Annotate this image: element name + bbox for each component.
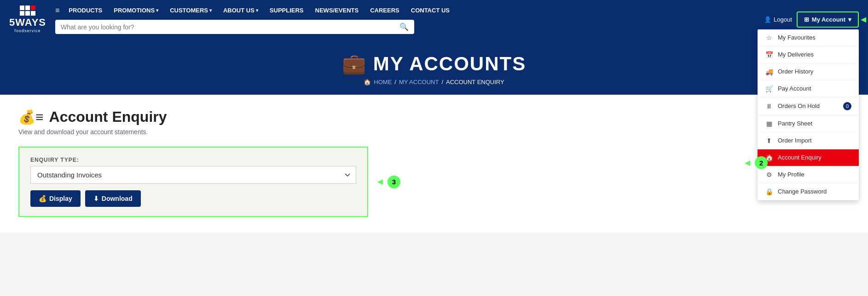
orders-badge: 0 xyxy=(843,102,851,110)
nav-news[interactable]: NEWS/EVENTS xyxy=(311,5,364,16)
display-button[interactable]: 💰 Display xyxy=(30,190,81,207)
my-account-button[interactable]: ⊞ My Account ▾ xyxy=(797,11,859,28)
logo-square-2 xyxy=(25,6,30,10)
logout-label: Logout xyxy=(774,16,792,23)
grid-icon: ⊞ xyxy=(804,16,809,23)
hero-banner: 💼 MY ACCOUNTS 🏠 HOME / MY ACCOUNT / ACCO… xyxy=(0,39,868,95)
form-buttons: 💰 Display ⬇ Download xyxy=(30,190,356,207)
nav-suppliers[interactable]: SUPPLIERS xyxy=(265,5,308,16)
pantry-icon: ▦ xyxy=(765,120,773,127)
account-area: 👤 Logout ⊞ My Account ▾ ☆ My Favourites xyxy=(764,11,859,28)
arrow-left-1: ◄ xyxy=(859,14,868,25)
page-subtitle: View and download your account statement… xyxy=(18,128,850,136)
nav-products[interactable]: PRODUCTS xyxy=(64,5,107,16)
home-breadcrumb-icon: 🏠 xyxy=(364,79,371,85)
chevron-icon: ▾ xyxy=(156,8,158,13)
my-account-label: My Account xyxy=(812,16,845,23)
annotation-number-3: 3 xyxy=(388,176,400,188)
display-label: Display xyxy=(49,195,72,202)
dropdown-label: Order Import xyxy=(778,137,812,144)
search-icon[interactable]: 🔍 xyxy=(399,23,409,31)
download-button[interactable]: ⬇ Download xyxy=(85,190,141,207)
breadcrumb-sep-2: / xyxy=(441,79,443,85)
chevron-icon-2: ▾ xyxy=(209,8,212,13)
dropdown-my-favourites[interactable]: ☆ My Favourites xyxy=(758,29,859,46)
annotation-2: ◄ 2 xyxy=(743,156,768,169)
logo-square-1 xyxy=(20,6,24,10)
dropdown-label: My Deliveries xyxy=(778,51,814,58)
dropdown-pay-account[interactable]: 🛒 Pay Account xyxy=(758,80,859,97)
dropdown-label: My Favourites xyxy=(778,34,816,41)
display-icon: 💰 xyxy=(39,195,46,202)
download-icon: ⬇ xyxy=(93,195,99,202)
dropdown-my-profile[interactable]: ⚙ My Profile xyxy=(758,166,859,183)
logo-square-3 xyxy=(20,11,24,16)
dropdown-label: Change Password xyxy=(778,188,827,195)
lock-icon: 🔒 xyxy=(765,188,773,195)
user-icon: 👤 xyxy=(764,16,771,23)
dropdown-chevron: ▾ xyxy=(848,16,851,23)
dropdown-account-enquiry[interactable]: 🏠 Account Enquiry xyxy=(758,149,859,166)
dropdown-order-import[interactable]: ⬆ Order Import xyxy=(758,132,859,149)
dropdown-my-deliveries[interactable]: 📅 My Deliveries xyxy=(758,46,859,63)
enquiry-type-select[interactable]: Outstanding Invoices All Invoices Credit… xyxy=(30,166,356,184)
annotation-number-2: 2 xyxy=(755,156,768,169)
hamburger-icon[interactable]: ≡ xyxy=(55,6,59,15)
dropdown-pantry-sheet[interactable]: ▦ Pantry Sheet xyxy=(758,115,859,132)
breadcrumb-sep-1: / xyxy=(394,79,396,85)
breadcrumb-home[interactable]: HOME xyxy=(374,79,392,85)
dropdown-change-password[interactable]: 🔒 Change Password xyxy=(758,183,859,200)
pause-icon: ⏸ xyxy=(765,102,773,110)
page-title: Account Enquiry xyxy=(49,108,167,125)
hero-title-text: MY ACCOUNTS xyxy=(373,53,526,75)
nav-careers[interactable]: CAREERS xyxy=(365,5,404,16)
dropdown-label: Pay Account xyxy=(778,85,811,92)
chevron-icon-3: ▾ xyxy=(256,8,258,13)
dropdown-orders-on-hold[interactable]: ⏸ Orders On Hold 0 xyxy=(758,97,859,115)
nav-contact[interactable]: CONTACT US xyxy=(406,5,454,16)
dropdown-label: Account Enquiry xyxy=(778,154,822,161)
gear-icon: ⚙ xyxy=(765,171,773,178)
dropdown-order-history[interactable]: 🚚 Order History xyxy=(758,63,859,80)
briefcase-icon: 💼 xyxy=(342,52,367,75)
search-input[interactable] xyxy=(61,23,399,31)
annotation-3: ◄ 3 xyxy=(376,176,400,188)
logo-square-red xyxy=(31,6,35,10)
star-icon: ☆ xyxy=(765,34,773,41)
annotation-1: ◄ 1 xyxy=(859,13,868,26)
arrow-left-3: ◄ xyxy=(376,176,385,187)
dropdown-label: My Profile xyxy=(778,171,804,178)
logout-button[interactable]: 👤 Logout xyxy=(764,16,792,23)
enquiry-type-label: ENQUIRY TYPE: xyxy=(30,157,356,163)
breadcrumb-account[interactable]: MY ACCOUNT xyxy=(399,79,439,85)
page-title-icon: 💰≡ xyxy=(18,109,44,125)
navigation: ≡ PRODUCTS PROMOTIONS ▾ CUSTOMERS ▾ ABOU… xyxy=(55,5,755,34)
logo[interactable]: 5WAYS foodservice xyxy=(9,6,46,33)
arrow-left-2: ◄ xyxy=(743,158,752,168)
logo-name: 5WAYS xyxy=(9,17,46,28)
breadcrumb-current: ACCOUNT ENQUIRY xyxy=(446,79,504,85)
truck-icon: 🚚 xyxy=(765,68,773,75)
logo-square-5 xyxy=(31,11,35,16)
logo-subtext: foodservice xyxy=(14,28,41,33)
nav-customers[interactable]: CUSTOMERS ▾ xyxy=(165,5,216,16)
calendar-icon: 📅 xyxy=(765,51,773,58)
nav-promotions[interactable]: PROMOTIONS ▾ xyxy=(109,5,163,16)
search-bar: 🔍 xyxy=(55,20,414,34)
account-dropdown: ☆ My Favourites 📅 My Deliveries 🚚 Order … xyxy=(758,29,859,200)
nav-about[interactable]: ABOUT US ▾ xyxy=(219,5,263,16)
breadcrumb: 🏠 HOME / MY ACCOUNT / ACCOUNT ENQUIRY xyxy=(9,79,859,85)
form-box: ENQUIRY TYPE: Outstanding Invoices All I… xyxy=(18,147,368,217)
logo-square-4 xyxy=(25,11,30,16)
download-label: Download xyxy=(102,195,133,202)
upload-icon: ⬆ xyxy=(765,137,773,144)
dropdown-label: Pantry Sheet xyxy=(778,120,812,127)
dropdown-label: Orders On Hold xyxy=(778,102,820,109)
dropdown-label: Order History xyxy=(778,68,813,75)
main-content: 💰≡ Account Enquiry View and download you… xyxy=(0,95,868,233)
cart-icon: 🛒 xyxy=(765,85,773,92)
